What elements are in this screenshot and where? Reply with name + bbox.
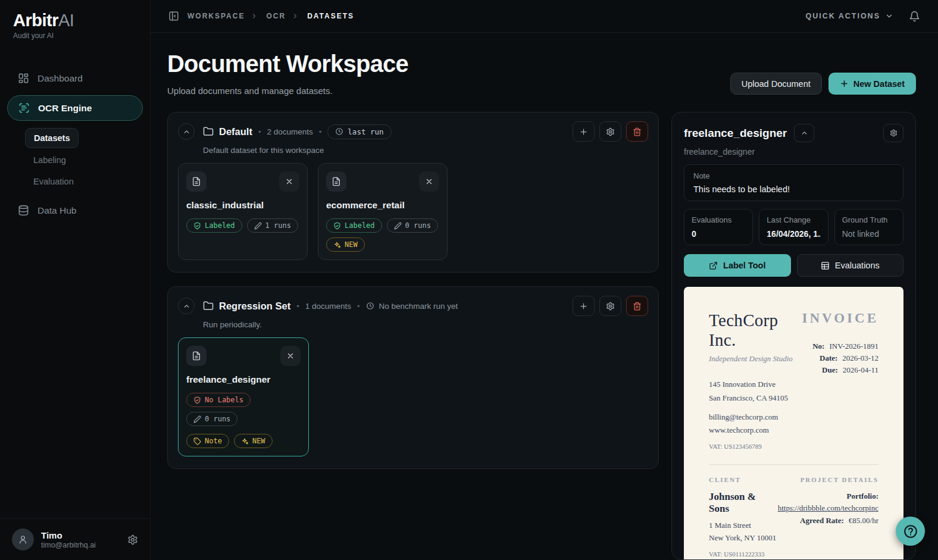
file-chip	[186, 346, 207, 366]
pen-icon	[254, 222, 262, 230]
folder-icon	[203, 301, 214, 311]
invoice-number: No:INV-2026-1891	[802, 340, 878, 352]
note-box: Note This needs to be labeled!	[684, 164, 903, 201]
new-badge: NEW	[326, 237, 365, 252]
invoice-due: Due:2026-04-11	[802, 364, 878, 376]
breadcrumb-datasets: DATASETS	[307, 12, 354, 20]
folder-icon	[203, 126, 214, 137]
page-content: Document Workspace Upload documents and …	[151, 33, 938, 560]
external-link-icon	[709, 261, 718, 270]
close-icon	[286, 352, 295, 360]
clock-icon	[335, 127, 343, 136]
clock-icon	[366, 302, 374, 310]
add-document-button[interactable]	[573, 296, 595, 316]
sidebar-item-data-hub[interactable]: Data Hub	[7, 198, 143, 223]
invoice-email: billing@techcorp.com	[709, 411, 802, 424]
page-subtitle: Upload documents and manage datasets.	[167, 86, 408, 96]
document-name: classic_industrial	[186, 200, 299, 211]
document-preview[interactable]: TechCorp Inc. Independent Design Studio …	[684, 287, 903, 560]
scan-text-icon	[18, 102, 30, 114]
gear-icon	[606, 127, 615, 136]
delete-dataset-button[interactable]	[626, 296, 648, 316]
label-tool-button[interactable]: Label Tool	[684, 254, 791, 277]
sidebar-item-label: OCR Engine	[38, 103, 92, 114]
document-detail-panel: freelance_designer freelance_designer No…	[671, 112, 916, 560]
gear-icon	[606, 302, 615, 311]
invoice-date: Date:2026-03-12	[802, 352, 878, 364]
agreed-rate: Agreed Rate:€85.00/hr	[778, 516, 878, 525]
shield-check-icon	[193, 396, 201, 404]
sidebar-item-dashboard[interactable]: Dashboard	[7, 66, 143, 90]
help-button[interactable]	[896, 517, 925, 546]
plus-icon	[579, 302, 588, 311]
file-chip	[186, 171, 207, 192]
ocr-engine-submenu: Datasets Labeling Evaluation	[25, 127, 143, 192]
runs-badge: 1 runs	[247, 218, 298, 233]
collapse-dataset-button[interactable]	[178, 123, 195, 140]
file-text-icon	[192, 351, 201, 361]
gear-icon	[127, 534, 138, 545]
document-tile-ecommerce-retail[interactable]: ecommerce_retail Labeled 0 runs NEW	[318, 163, 448, 260]
user-settings-button[interactable]	[127, 534, 138, 545]
breadcrumb: WORKSPACE OCR DATASETS	[168, 11, 354, 21]
app-root: ArbitrAI Audit your AI Dashboard OCR Eng…	[0, 0, 938, 560]
sidebar-item-ocr-engine[interactable]: OCR Engine	[7, 95, 143, 121]
last-run-badge: last run	[327, 124, 391, 139]
table-icon	[821, 261, 830, 270]
file-text-icon	[192, 177, 201, 186]
panel-subtitle: freelance_designer	[684, 147, 903, 157]
sidebar-item-labeling[interactable]: Labeling	[25, 151, 74, 170]
plus-icon	[579, 127, 588, 136]
remove-document-button[interactable]	[279, 171, 299, 192]
dataset-doc-count: 2 documents	[267, 127, 312, 136]
quick-actions-menu[interactable]: QUICK ACTIONS	[805, 12, 893, 20]
dataset-settings-button[interactable]	[599, 121, 621, 142]
breadcrumb-ocr[interactable]: OCR	[266, 12, 286, 20]
tag-icon	[193, 437, 201, 445]
evaluations-button[interactable]: Evaluations	[797, 254, 904, 277]
close-icon	[425, 177, 433, 186]
dataset-settings-button[interactable]	[599, 296, 621, 316]
collapse-dataset-button[interactable]	[178, 298, 195, 314]
gear-icon	[890, 129, 898, 137]
quick-actions-label: QUICK ACTIONS	[805, 12, 880, 20]
delete-dataset-button[interactable]	[626, 121, 648, 142]
topbar: WORKSPACE OCR DATASETS QUICK ACTIONS	[151, 0, 938, 33]
stat-last-change: Last Change 16/04/2026, 1...	[759, 209, 828, 245]
trash-icon	[633, 302, 642, 311]
document-tile-freelance-designer[interactable]: freelance_designer No Labels 0 runs Note…	[178, 337, 309, 456]
user-profile[interactable]: Timo timo@arbitrhq.ai	[0, 518, 150, 560]
remove-document-button[interactable]	[419, 171, 439, 192]
invoice-address-1: 145 Innovation Drive	[709, 378, 802, 392]
new-dataset-button[interactable]: New Dataset	[828, 73, 916, 95]
dataset-description: Default dataset for this workspace	[203, 146, 648, 155]
shield-check-icon	[333, 222, 341, 230]
portfolio-link[interactable]: https://dribbble.com/techcorpinc	[778, 503, 878, 513]
upload-document-button[interactable]: Upload Document	[730, 73, 822, 95]
sparkles-icon	[333, 241, 341, 249]
collapse-panel-button[interactable]	[794, 124, 814, 142]
dataset-card-default: Default • 2 documents • last run	[167, 112, 659, 273]
circle-question-icon	[903, 524, 918, 539]
invoice-address-2: San Francisco, CA 94105	[709, 392, 802, 405]
chevron-right-icon	[251, 12, 258, 20]
document-tile-classic-industrial[interactable]: classic_industrial Labeled 1 runs	[178, 163, 308, 260]
panel-settings-button[interactable]	[883, 124, 903, 142]
add-document-button[interactable]	[573, 121, 595, 142]
sidebar-toggle-button[interactable]	[168, 11, 179, 21]
chevron-up-icon	[183, 302, 190, 310]
note-badge: Note	[186, 434, 229, 448]
sidebar-item-datasets[interactable]: Datasets	[25, 128, 79, 148]
notifications-button[interactable]	[909, 11, 920, 22]
stat-ground-truth: Ground Truth Not linked	[834, 209, 903, 245]
client-address-2: New York, NY 10001	[709, 532, 778, 545]
sidebar-nav: Dashboard OCR Engine Datasets Labeling E…	[0, 46, 150, 230]
invoice-website: www.techcorp.com	[709, 424, 802, 437]
chevron-up-icon	[183, 128, 190, 136]
breadcrumb-workspace[interactable]: WORKSPACE	[187, 12, 245, 20]
portfolio-label: Portfolio:	[778, 492, 878, 501]
sidebar-item-evaluation[interactable]: Evaluation	[25, 172, 82, 191]
panel-title: freelance_designer	[684, 127, 787, 140]
divider	[709, 464, 878, 465]
remove-document-button[interactable]	[280, 346, 301, 366]
